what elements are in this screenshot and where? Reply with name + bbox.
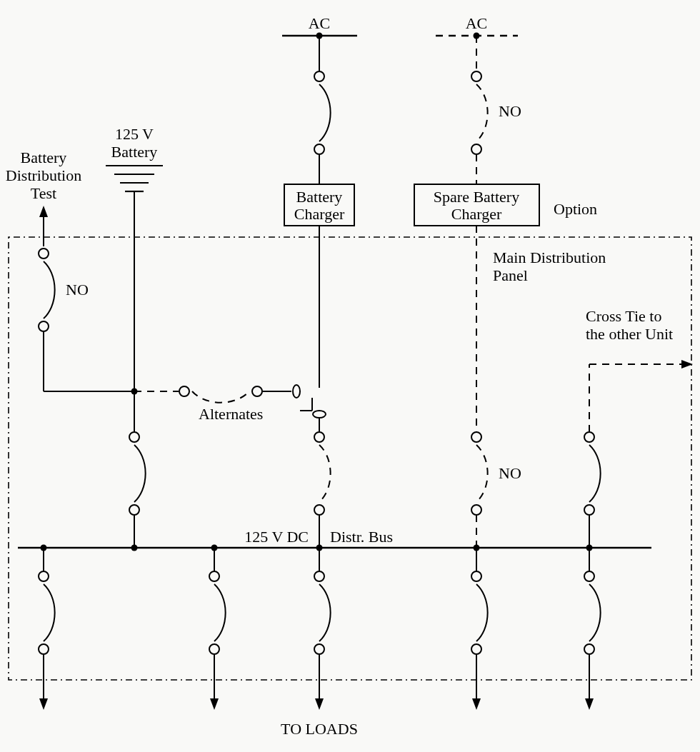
svg-text:Charger: Charger bbox=[451, 205, 502, 223]
load-feeder-3 bbox=[314, 548, 331, 710]
svg-text:the other Unit: the other Unit bbox=[586, 325, 673, 343]
battery-distribution-test: Battery Distribution Test bbox=[6, 149, 81, 246]
svg-marker-49 bbox=[681, 360, 693, 369]
breaker-battery-to-bus bbox=[129, 391, 146, 548]
svg-text:Cross Tie to: Cross Tie to bbox=[586, 307, 661, 325]
svg-point-44 bbox=[313, 411, 326, 418]
svg-point-62 bbox=[584, 505, 594, 515]
svg-point-33 bbox=[39, 321, 49, 331]
load-feeder-2 bbox=[209, 548, 226, 710]
ac-source-2-label: AC bbox=[466, 14, 488, 32]
svg-point-32 bbox=[39, 249, 49, 259]
svg-marker-74 bbox=[39, 698, 48, 710]
svg-point-71 bbox=[39, 571, 49, 581]
svg-text:Battery: Battery bbox=[296, 188, 343, 206]
no-label-spare: NO bbox=[499, 464, 521, 482]
svg-point-92 bbox=[584, 644, 594, 654]
svg-point-56 bbox=[314, 505, 324, 515]
svg-point-72 bbox=[39, 644, 49, 654]
main-distribution-panel-box bbox=[9, 237, 691, 680]
svg-point-81 bbox=[314, 571, 324, 581]
bus-label-right: Distr. Bus bbox=[330, 528, 393, 546]
panel-label-l2: Panel bbox=[493, 266, 528, 284]
svg-point-59 bbox=[471, 505, 481, 515]
svg-point-52 bbox=[129, 505, 139, 515]
svg-point-9 bbox=[471, 71, 481, 81]
ac-source-1-label: AC bbox=[309, 14, 331, 32]
svg-point-86 bbox=[471, 571, 481, 581]
panel-label-l1: Main Distribution bbox=[493, 249, 606, 266]
svg-point-38 bbox=[179, 386, 189, 396]
svg-point-10 bbox=[471, 144, 481, 154]
svg-text:Spare Battery: Spare Battery bbox=[434, 188, 519, 206]
svg-point-55 bbox=[314, 432, 324, 442]
breaker-spare-to-bus-no: NO bbox=[471, 432, 521, 548]
battery-symbol: 125 V Battery bbox=[106, 125, 163, 391]
breaker-crosstie-to-bus bbox=[584, 432, 601, 548]
svg-point-58 bbox=[471, 432, 481, 442]
svg-text:Charger: Charger bbox=[294, 205, 345, 223]
svg-text:Battery: Battery bbox=[21, 149, 67, 166]
battery-charger-box: Battery Charger bbox=[284, 184, 354, 226]
svg-point-65 bbox=[131, 545, 138, 551]
spare-battery-charger-box: Spare Battery Charger bbox=[414, 184, 539, 226]
dc-distribution-diagram: AC AC NO 125 V Battery Battery Distribut… bbox=[0, 0, 700, 752]
svg-point-61 bbox=[584, 432, 594, 442]
load-feeder-1 bbox=[39, 548, 55, 710]
cross-tie: Cross Tie to the other Unit bbox=[586, 307, 693, 432]
svg-point-51 bbox=[129, 432, 139, 442]
svg-marker-89 bbox=[472, 698, 481, 710]
to-loads-label: TO LOADS bbox=[281, 720, 358, 738]
svg-point-87 bbox=[471, 644, 481, 654]
breaker-ac2-no: NO bbox=[471, 36, 521, 184]
option-label: Option bbox=[554, 200, 597, 218]
svg-point-39 bbox=[252, 386, 262, 396]
alternates-label: Alternates bbox=[199, 405, 263, 423]
load-feeder-5 bbox=[584, 548, 601, 710]
breaker-distribution-test-no: NO bbox=[39, 249, 89, 391]
load-feeder-4 bbox=[471, 548, 488, 710]
breaker-ac1 bbox=[314, 36, 331, 184]
svg-text:Battery: Battery bbox=[111, 143, 158, 161]
breaker-charger-to-bus bbox=[314, 418, 331, 548]
svg-point-6 bbox=[314, 144, 324, 154]
no-label-ac2: NO bbox=[499, 102, 521, 120]
svg-point-5 bbox=[314, 71, 324, 81]
svg-point-41 bbox=[293, 385, 300, 398]
svg-marker-79 bbox=[210, 698, 219, 710]
svg-text:125 V: 125 V bbox=[115, 125, 154, 143]
svg-point-77 bbox=[209, 644, 219, 654]
no-label-test: NO bbox=[66, 281, 89, 299]
bus-label-left: 125 V DC bbox=[244, 528, 309, 546]
svg-text:Distribution: Distribution bbox=[6, 166, 81, 184]
svg-marker-23 bbox=[39, 206, 48, 217]
svg-point-82 bbox=[314, 644, 324, 654]
svg-point-91 bbox=[584, 571, 594, 581]
svg-point-76 bbox=[209, 571, 219, 581]
svg-text:Test: Test bbox=[31, 184, 56, 202]
svg-marker-84 bbox=[315, 698, 324, 710]
svg-marker-94 bbox=[585, 698, 594, 710]
